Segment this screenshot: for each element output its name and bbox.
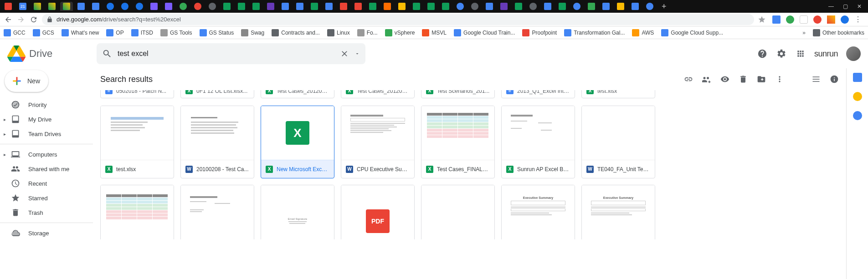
- file-card[interactable]: Executive Summary: [581, 185, 655, 239]
- file-card[interactable]: XXNew Microsoft Exce...: [261, 106, 334, 178]
- back-button[interactable]: [4, 15, 13, 24]
- bookmark-item[interactable]: GCC: [4, 29, 26, 36]
- browser-tab[interactable]: [31, 2, 44, 11]
- star-icon[interactable]: [758, 15, 766, 24]
- file-card[interactable]: [421, 185, 495, 239]
- sidebar-item-recent[interactable]: Recent: [0, 176, 93, 191]
- bookmark-item[interactable]: Contracts and...: [272, 29, 320, 36]
- other-bookmarks[interactable]: Other bookmarks: [813, 29, 864, 36]
- bookmark-item[interactable]: ITSD: [131, 29, 153, 36]
- browser-tab[interactable]: [352, 2, 365, 11]
- browser-tab[interactable]: [556, 2, 569, 11]
- search-input[interactable]: [118, 50, 334, 58]
- drive-logo[interactable]: Drive: [7, 45, 93, 63]
- sidebar-item-computers[interactable]: Computers: [0, 147, 93, 162]
- file-card[interactable]: ≡0502018 - Patch N...: [100, 90, 174, 98]
- preview-icon[interactable]: [720, 75, 729, 84]
- file-card[interactable]: XTest Cases_201205...: [261, 90, 334, 98]
- file-card[interactable]: ≡2013_Q1_Excel Inte...: [501, 90, 575, 98]
- file-card[interactable]: Xtest.xlsx: [581, 90, 655, 98]
- browser-tab[interactable]: [89, 2, 102, 11]
- browser-tab[interactable]: [323, 2, 335, 11]
- browser-tab[interactable]: [293, 2, 306, 11]
- browser-tab[interactable]: [614, 2, 627, 11]
- browser-tab[interactable]: [643, 2, 656, 11]
- bookmark-item[interactable]: vSphere: [385, 29, 415, 36]
- sidebar-item-my-drive[interactable]: My Drive: [0, 112, 93, 127]
- browser-tab[interactable]: [527, 2, 539, 11]
- extension-icon[interactable]: [827, 15, 835, 24]
- file-card[interactable]: Email Signature: [261, 185, 334, 239]
- browser-tab[interactable]: [483, 2, 496, 11]
- bookmark-item[interactable]: Google Cloud Supp...: [661, 29, 723, 36]
- url-input[interactable]: drive.google.com/drive/search?q=test%20e…: [42, 14, 754, 25]
- bookmarks-overflow[interactable]: »: [802, 30, 806, 36]
- browser-tab[interactable]: [439, 2, 452, 11]
- file-card[interactable]: XSunrun AP Excel BR...: [501, 106, 575, 178]
- settings-icon[interactable]: [776, 48, 787, 59]
- browser-tab[interactable]: [148, 2, 160, 11]
- file-card[interactable]: Xtest.xlsx: [100, 106, 174, 178]
- trash-icon[interactable]: [739, 75, 748, 84]
- move-to-icon[interactable]: [757, 75, 766, 84]
- window-minimize[interactable]: —: [828, 3, 834, 10]
- browser-tab[interactable]: [585, 2, 598, 11]
- file-card[interactable]: XTest Cases_201206...: [341, 90, 415, 98]
- calendar-addon-icon[interactable]: [853, 73, 862, 82]
- file-card[interactable]: XTest Cases_FINAL_...: [421, 106, 495, 178]
- file-card[interactable]: XTest Scenarios_201...: [421, 90, 495, 98]
- extension-icon[interactable]: [772, 15, 781, 24]
- new-tab-button[interactable]: +: [658, 2, 670, 11]
- sidebar-item-starred[interactable]: Starred: [0, 191, 93, 205]
- bookmark-item[interactable]: Linux: [327, 29, 350, 36]
- browser-tab[interactable]: [381, 2, 394, 11]
- bookmark-item[interactable]: MSVL: [422, 29, 447, 36]
- browser-tab[interactable]: [235, 2, 248, 11]
- bookmark-item[interactable]: Fo...: [357, 29, 378, 36]
- browser-tab[interactable]: [264, 2, 277, 11]
- sidebar-item-trash[interactable]: Trash: [0, 205, 93, 220]
- file-card[interactable]: W20100208 - Test Ca...: [180, 106, 254, 178]
- file-card[interactable]: [100, 185, 174, 239]
- details-icon[interactable]: [830, 75, 839, 84]
- browser-tab[interactable]: [512, 2, 525, 11]
- browser-tab[interactable]: [250, 2, 262, 11]
- share-icon[interactable]: [702, 75, 711, 84]
- sidebar-item-storage[interactable]: Storage: [0, 226, 93, 240]
- new-button[interactable]: New: [5, 70, 48, 92]
- browser-tab[interactable]: [498, 2, 510, 11]
- bookmark-item[interactable]: Proofpoint: [522, 29, 557, 36]
- reload-button[interactable]: [29, 15, 38, 24]
- extension-icon[interactable]: [800, 15, 808, 24]
- file-card[interactable]: WTE040_FA_Unit Test...: [581, 106, 655, 178]
- browser-menu[interactable]: ⋮: [854, 15, 862, 24]
- browser-tab[interactable]: [337, 2, 350, 11]
- list-view-icon[interactable]: [812, 75, 821, 84]
- bookmark-item[interactable]: Transformation Gal...: [564, 29, 625, 36]
- browser-tab[interactable]: [454, 2, 467, 11]
- help-icon[interactable]: [757, 48, 768, 59]
- browser-tab[interactable]: [279, 2, 292, 11]
- browser-tab[interactable]: [308, 2, 321, 11]
- bookmark-item[interactable]: GS Status: [200, 29, 234, 36]
- browser-tab[interactable]: [118, 2, 131, 11]
- browser-tab[interactable]: [221, 2, 233, 11]
- bookmark-item[interactable]: OP: [106, 29, 123, 36]
- browser-tab[interactable]: [104, 2, 117, 11]
- browser-tab[interactable]: [46, 2, 58, 11]
- extension-icon[interactable]: [786, 15, 794, 24]
- browser-tab[interactable]: [410, 2, 423, 11]
- file-card[interactable]: PDF: [341, 185, 415, 239]
- sidebar-item-shared-with-me[interactable]: Shared with me: [0, 162, 93, 176]
- sidebar-item-team-drives[interactable]: Team Drives: [0, 127, 93, 141]
- sidebar-item-priority[interactable]: Priority: [0, 97, 93, 112]
- window-maximize[interactable]: ▢: [843, 3, 848, 10]
- file-card[interactable]: WCPU Executive Sum...: [341, 106, 415, 178]
- bookmark-item[interactable]: Google Cloud Train...: [454, 29, 515, 36]
- extension-icon[interactable]: [841, 15, 849, 24]
- more-actions-icon[interactable]: [775, 75, 784, 84]
- browser-tab[interactable]: [395, 2, 408, 11]
- window-close[interactable]: ✕: [857, 3, 862, 10]
- browser-tab[interactable]: [600, 2, 612, 11]
- bookmark-item[interactable]: AWS: [632, 29, 654, 36]
